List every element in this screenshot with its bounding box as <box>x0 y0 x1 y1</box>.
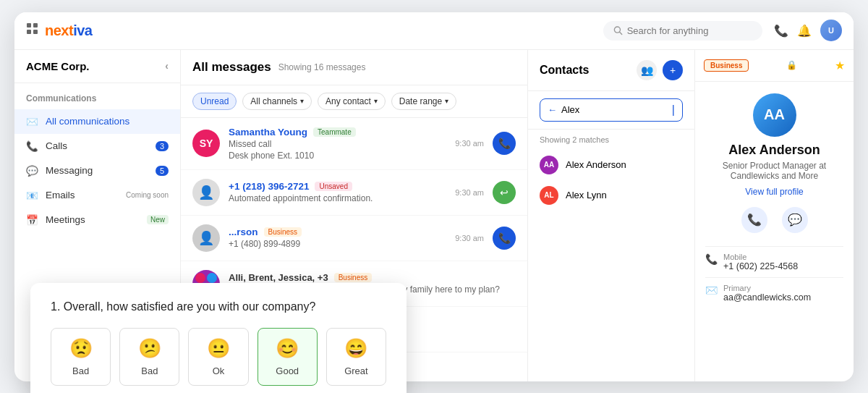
star-icon[interactable]: ★ <box>835 59 845 72</box>
message-item[interactable]: SY Samantha Young Teammate Missed call D… <box>181 118 527 170</box>
search-bar[interactable] <box>603 21 762 41</box>
mobile-icon: 📞 <box>705 253 718 265</box>
contact-search-input[interactable] <box>561 104 668 115</box>
contact-actions: 📞 💬 <box>695 200 854 240</box>
msg-avatar-samantha: SY <box>192 130 220 157</box>
great-emoji: 😄 <box>344 337 367 360</box>
grid-icon <box>26 22 39 38</box>
view-full-profile-link[interactable]: View full profile <box>695 184 854 200</box>
sidebar-item-all-communications[interactable]: ✉️ All communications <box>14 109 180 134</box>
filter-contact[interactable]: Any contact ▾ <box>318 93 386 110</box>
primary-value: aa@candlewicks.com <box>723 292 811 303</box>
sidebar-item-calls[interactable]: 📞 Calls 3 <box>14 134 180 159</box>
msg-time-rson: 9:30 am <box>455 234 484 242</box>
app-container: nextiva 📞 🔔 U ACME Corp. ‹ Communication… <box>14 12 854 381</box>
contacts-header: Contacts 👥 + <box>528 50 694 91</box>
all-comms-icon: ✉️ <box>26 116 38 127</box>
survey-overlay: 1. Overall, how satisfied are you with o… <box>30 283 407 394</box>
contacts-title: Contacts <box>540 64 589 77</box>
search-input[interactable] <box>627 25 752 36</box>
mobile-value: +1 (602) 225-4568 <box>723 261 798 271</box>
survey-options: 😟 Bad 😕 Bad 😐 Ok 😊 Good 😄 Great <box>51 328 386 386</box>
sidebar-item-meetings[interactable]: 📅 Meetings New <box>14 208 180 232</box>
survey-option-good[interactable]: 😊 Good <box>258 328 318 386</box>
message-item[interactable]: 👤 ...rson Business +1 (480) 899-4899 9:3… <box>181 216 527 261</box>
contact-avatar-alex-lynn: AL <box>540 186 558 205</box>
sidebar-all-communications-label: All communications <box>46 116 129 127</box>
survey-option-ok[interactable]: 😐 Ok <box>188 328 248 386</box>
contact-result-alex-lynn[interactable]: AL Alex Lynn <box>528 180 694 211</box>
contact-chevron: ▾ <box>374 97 378 105</box>
phone-icon[interactable]: 📞 <box>774 24 788 38</box>
sidebar-account[interactable]: ACME Corp. ‹ <box>14 50 180 83</box>
msg-time-phone: 9:30 am <box>455 188 484 197</box>
filter-unread[interactable]: Unread <box>192 93 237 110</box>
messages-title: All messages <box>192 60 271 75</box>
msg-content-rson: ...rson Business +1 (480) 899-4899 <box>229 227 446 249</box>
contact-full-name: Alex Anderson <box>695 143 854 158</box>
contact-name-alex-lynn: Alex Lynn <box>566 190 607 200</box>
sidebar-item-messaging[interactable]: 💬 Messaging 5 <box>14 159 180 183</box>
emails-icon: 📧 <box>26 190 38 201</box>
account-name: ACME Corp. <box>26 60 90 72</box>
msg-action-samantha[interactable]: 📞 <box>493 132 516 155</box>
svg-line-5 <box>620 32 622 34</box>
email-icon: ✉️ <box>705 284 718 296</box>
back-arrow-icon[interactable]: ← <box>548 104 557 115</box>
msg-tag-group: Business <box>334 273 373 282</box>
survey-option-very-bad[interactable]: 😟 Bad <box>51 328 111 386</box>
meetings-tag-new: New <box>147 215 169 224</box>
survey-option-great[interactable]: 😄 Great <box>326 328 386 386</box>
mobile-label: Mobile <box>723 253 798 261</box>
survey-option-bad[interactable]: 😕 Bad <box>119 328 179 386</box>
msg-sub-phone: Automated appointment confirmation. <box>229 193 446 203</box>
contact-message-button[interactable]: 💬 <box>782 207 808 233</box>
msg-action-reply[interactable]: ↩ <box>493 181 516 204</box>
date-chevron: ▾ <box>445 97 448 105</box>
message-item[interactable]: 👤 +1 (218) 396-2721 Unsaved Automated ap… <box>181 170 527 216</box>
messages-filters: Unread All channels ▾ Any contact ▾ Date… <box>181 85 527 118</box>
sidebar-emails-label: Emails <box>46 190 75 200</box>
contact-avatar-large: AA <box>753 93 796 137</box>
primary-label: Primary <box>723 284 811 292</box>
contact-email-info: ✉️ Primary aa@candlewicks.com <box>705 277 843 308</box>
contact-title-text: Senior Product Manager at Candlewicks an… <box>695 158 854 184</box>
great-label: Great <box>344 365 368 376</box>
sidebar-meetings-label: Meetings <box>46 214 85 225</box>
contact-search-input-wrapper[interactable]: ← | <box>540 98 683 122</box>
msg-tag-samantha: Teammate <box>313 127 356 137</box>
contact-mobile-info: 📞 Mobile +1 (602) 225-4568 <box>705 246 843 277</box>
ok-label: Ok <box>213 365 225 376</box>
add-contact-icon[interactable]: + <box>663 60 683 80</box>
search-icon <box>613 25 623 35</box>
contact-avatar-alex-anderson: AA <box>540 156 558 174</box>
calls-badge: 3 <box>156 141 169 151</box>
very-bad-emoji: 😟 <box>69 337 93 360</box>
svg-rect-1 <box>33 23 38 28</box>
calls-icon: 📞 <box>26 140 38 152</box>
svg-rect-0 <box>27 23 31 28</box>
filter-channels[interactable]: All channels ▾ <box>242 93 312 110</box>
contact-search: ← | <box>528 91 694 130</box>
contact-call-button[interactable]: 📞 <box>741 207 767 233</box>
sidebar-messaging-label: Messaging <box>46 165 93 176</box>
sidebar-item-emails[interactable]: 📧 Emails Coming soon <box>14 183 180 208</box>
filter-date[interactable]: Date range ▾ <box>391 93 456 110</box>
msg-avatar-rson: 👤 <box>192 224 220 252</box>
matches-label: Showing 2 matches <box>528 130 694 150</box>
contact-info: 📞 Mobile +1 (602) 225-4568 ✉️ Primary aa… <box>695 240 854 314</box>
add-contact-group-icon[interactable]: 👥 <box>637 60 657 80</box>
contact-result-alex-anderson[interactable]: AA Alex Anderson <box>528 150 694 180</box>
meetings-icon: 📅 <box>26 214 38 226</box>
messaging-badge: 5 <box>156 166 169 176</box>
collapse-icon[interactable]: ‹ <box>165 60 169 72</box>
msg-detail-samantha: Desk phone Ext. 1010 <box>229 151 446 161</box>
contacts-header-icons: 👥 + <box>637 60 683 80</box>
bell-icon[interactable]: 🔔 <box>797 24 812 38</box>
user-avatar[interactable]: U <box>820 20 842 41</box>
msg-name-rson: ...rson <box>229 227 258 237</box>
lock-icon: 🔒 <box>786 60 797 70</box>
bad-emoji: 😕 <box>138 337 161 360</box>
messaging-icon: 💬 <box>26 165 38 177</box>
msg-action-rson[interactable]: 📞 <box>493 227 516 250</box>
